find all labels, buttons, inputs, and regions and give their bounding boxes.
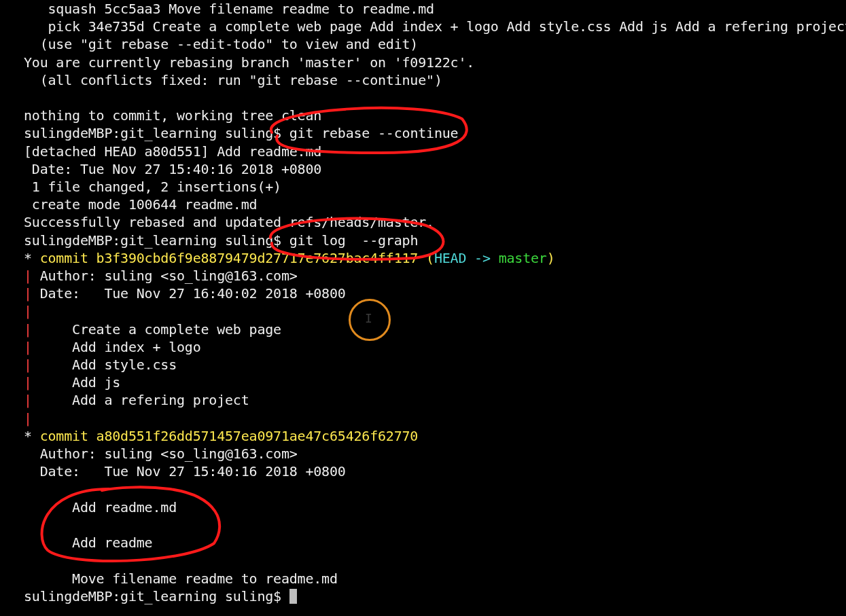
line: Date: Tue Nov 27 15:40:16 2018 +0800 [24,161,321,177]
graph-pipe: | [24,303,32,319]
graph-pipe: | [24,268,32,284]
prompt: sulingdeMBP:git_learning suling$ [24,232,289,249]
commit-msg-line: Add index + logo [32,339,201,355]
paren-close: ) [547,250,555,266]
graph-pipe: | [24,392,32,408]
line: You are currently rebasing branch 'maste… [24,54,474,71]
commit-msg-line: Add js [32,374,120,391]
commit-msg-line: Add a refering project [32,392,249,408]
command-rebase-continue: git rebase --continue [289,125,459,141]
graph-pipe: | [24,321,32,338]
terminal-cursor[interactable] [289,589,297,604]
commit-hash: commit b3f390cbd6f9e8879479d27717e7627ba… [40,250,419,266]
commit-msg-line: Add readme.md [24,499,177,515]
commit-hash: commit a80d551f26dd571457ea0971ae47c6542… [40,428,419,444]
graph-star: * [24,250,40,266]
line: squash 5cc5aa3 Move filename readme to r… [24,1,434,17]
author-line: Author: suling <so_ling@163.com> [32,268,298,284]
graph-pipe: | [24,410,32,427]
line: Successfully rebased and updated refs/he… [24,214,434,230]
paren-open: ( [418,250,434,266]
prompt: sulingdeMBP:git_learning suling$ [24,125,289,141]
line: nothing to commit, working tree clean [24,107,321,124]
date-line: Date: Tue Nov 27 15:40:16 2018 +0800 [24,463,346,479]
line: (all conflicts fixed: run "git rebase --… [24,72,442,88]
terminal-output[interactable]: squash 5cc5aa3 Move filename readme to r… [0,0,846,605]
graph-star: * [24,428,40,444]
prompt: sulingdeMBP:git_learning suling$ [24,588,289,604]
commit-msg-line: Add style.css [32,357,177,373]
line: create mode 100644 readme.md [24,196,257,213]
graph-pipe: | [24,374,32,391]
graph-pipe: | [24,357,32,373]
author-line: Author: suling <so_ling@163.com> [24,446,298,462]
graph-pipe: | [24,339,32,355]
text-ibeam-icon: I [365,311,372,325]
commit-msg-line: Add readme [24,535,152,551]
branch-master: master [499,250,547,266]
line: pick 34e735d Create a complete web page … [24,18,846,35]
line: 1 file changed, 2 insertions(+) [24,179,281,195]
date-line: Date: Tue Nov 27 16:40:02 2018 +0800 [32,285,346,302]
line: [detached HEAD a80d551] Add readme.md [24,143,321,160]
graph-pipe: | [24,285,32,302]
commit-msg-line: Move filename readme to readme.md [24,570,338,587]
head-ref: HEAD -> [434,250,499,266]
command-git-log-graph: git log --graph [289,232,418,249]
line: (use "git rebase --edit-todo" to view an… [24,36,418,52]
commit-msg-line: Create a complete web page [32,321,281,338]
